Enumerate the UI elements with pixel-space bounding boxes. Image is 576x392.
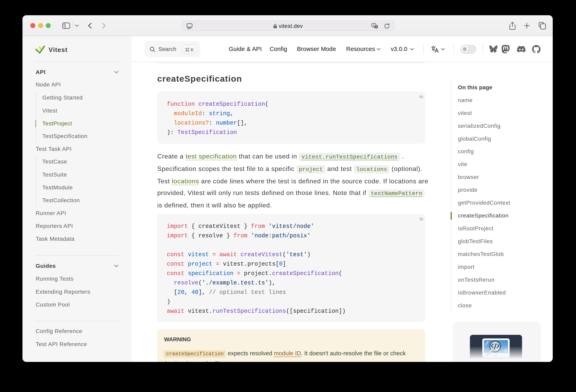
svg-text:A: A bbox=[373, 24, 375, 27]
svg-text:文: 文 bbox=[375, 25, 377, 28]
